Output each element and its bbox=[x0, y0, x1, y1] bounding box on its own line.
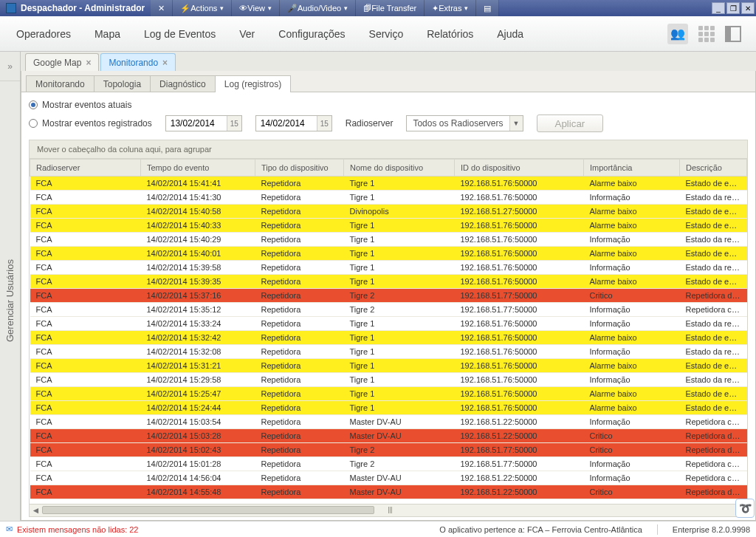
filter-row-2: Mostrar eventos registrados 15 15 Radios… bbox=[29, 114, 748, 132]
menu-relatorios[interactable]: Relatórios bbox=[415, 16, 485, 51]
table-row[interactable]: FCA14/02/2014 15:40:01RepetidoraTigre 11… bbox=[30, 247, 747, 261]
subtab-topologia[interactable]: Topologia bbox=[94, 75, 151, 92]
table-row[interactable]: FCA14/02/2014 15:03:54RepetidoraMaster D… bbox=[30, 415, 747, 429]
table-row[interactable]: FCA14/02/2014 15:41:30RepetidoraTigre 11… bbox=[30, 191, 747, 205]
table-row[interactable]: FCA14/02/2014 14:56:04RepetidoraMaster D… bbox=[30, 471, 747, 485]
panel-layout-icon[interactable] bbox=[725, 26, 741, 42]
unread-messages[interactable]: ✉ Existem mensagens não lidas: 22 bbox=[6, 524, 138, 534]
actions-menu[interactable]: ⚡ Actions▾ bbox=[173, 0, 232, 16]
minimize-button[interactable]: _ bbox=[712, 2, 725, 14]
menu-log-eventos[interactable]: Log de Eventos bbox=[132, 16, 227, 51]
tab-google-map-close[interactable]: × bbox=[86, 58, 91, 68]
cell-c5: 192.168.51.22:50000 bbox=[455, 471, 584, 485]
cell-c7: Estado da repeti bbox=[680, 317, 747, 331]
rail-expand-button[interactable]: » bbox=[0, 52, 20, 81]
menu-mapa[interactable]: Mapa bbox=[83, 16, 132, 51]
cell-c1: FCA bbox=[30, 317, 141, 331]
table-row[interactable]: FCA14/02/2014 14:55:48RepetidoraMaster D… bbox=[30, 485, 747, 499]
col-descricao[interactable]: Descrição bbox=[680, 160, 747, 177]
close-session-button[interactable]: ✕ bbox=[151, 0, 173, 16]
teamviewer-badge-icon[interactable]: ➰ bbox=[735, 499, 755, 518]
table-row[interactable]: FCA14/02/2014 15:01:28RepetidoraTigre 21… bbox=[30, 457, 747, 471]
file-transfer-button[interactable]: 🗐 File Transfer bbox=[356, 0, 425, 16]
restore-button[interactable]: ❐ bbox=[726, 2, 740, 14]
col-importancia[interactable]: Importância bbox=[584, 160, 680, 177]
table-row[interactable]: FCA14/02/2014 15:39:35RepetidoraTigre 11… bbox=[30, 275, 747, 289]
calendar-icon[interactable]: 15 bbox=[317, 116, 331, 131]
chevron-down-icon[interactable]: ▼ bbox=[509, 116, 523, 131]
radio-registered-label: Mostrar eventos registrados bbox=[42, 118, 152, 129]
fullscreen-button[interactable]: ▤ bbox=[476, 0, 499, 16]
table-row[interactable]: FCA14/02/2014 15:03:28RepetidoraMaster D… bbox=[30, 429, 747, 443]
table-row[interactable]: FCA14/02/2014 15:32:42RepetidoraTigre 11… bbox=[30, 331, 747, 345]
sub-tabs: Monitorando Topologia Diagnóstico Log (r… bbox=[21, 71, 755, 92]
tab-monitorando-close[interactable]: × bbox=[162, 58, 168, 68]
tab-google-map[interactable]: Google Map × bbox=[25, 53, 99, 71]
table-row[interactable]: FCA14/02/2014 15:40:33RepetidoraTigre 11… bbox=[30, 219, 747, 233]
table-row[interactable]: FCA14/02/2014 15:29:58RepetidoraTigre 11… bbox=[30, 373, 747, 387]
cell-c5: 192.168.51.76:50000 bbox=[455, 261, 584, 275]
scroll-thumb[interactable] bbox=[42, 506, 374, 514]
scroll-left-arrow[interactable]: ◄ bbox=[30, 504, 42, 516]
col-tipo[interactable]: Tipo do dispositivo bbox=[255, 160, 344, 177]
extras-menu[interactable]: ✦ Extras▾ bbox=[425, 0, 476, 16]
grid-scroll[interactable]: Radioserver Tempo do evento Tipo do disp… bbox=[29, 159, 748, 504]
cell-c7: Repetidora cone bbox=[680, 303, 747, 317]
col-radioserver[interactable]: Radioserver bbox=[30, 160, 141, 177]
subtab-monitorando[interactable]: Monitorando bbox=[26, 75, 94, 92]
radio-registered-events[interactable]: Mostrar eventos registrados bbox=[29, 118, 152, 129]
subtab-diagnostico[interactable]: Diagnóstico bbox=[150, 75, 216, 92]
menu-ajuda[interactable]: Ajuda bbox=[485, 16, 535, 51]
cell-c4: Tigre 1 bbox=[344, 233, 455, 247]
rail-label[interactable]: Gerenciar Usuários bbox=[0, 81, 20, 521]
cell-c6: Alarme baixo bbox=[584, 275, 680, 289]
table-row[interactable]: FCA14/02/2014 15:33:24RepetidoraTigre 11… bbox=[30, 317, 747, 331]
apply-button[interactable]: Aplicar bbox=[537, 114, 604, 132]
table-row[interactable]: FCA14/02/2014 15:37:16RepetidoraTigre 21… bbox=[30, 289, 747, 303]
cell-c7: Repetidora desco bbox=[680, 429, 747, 443]
cell-c5: 192.168.51.76:50000 bbox=[455, 359, 584, 373]
cell-c2: 14/02/2014 15:31:21 bbox=[141, 359, 255, 373]
date-from-field[interactable]: 15 bbox=[165, 115, 242, 131]
cell-c7: Repetidora desco bbox=[680, 289, 747, 303]
date-to-input[interactable] bbox=[256, 118, 317, 129]
calendar-icon[interactable]: 15 bbox=[227, 116, 241, 131]
subtab-log[interactable]: Log (registros) bbox=[215, 75, 291, 92]
menu-servico[interactable]: Serviço bbox=[357, 16, 416, 51]
table-row[interactable]: FCA14/02/2014 15:25:47RepetidoraTigre 11… bbox=[30, 387, 747, 401]
table-row[interactable]: FCA14/02/2014 15:35:12RepetidoraTigre 21… bbox=[30, 303, 747, 317]
radio-current-events[interactable]: Mostrar eventos atuais bbox=[29, 100, 131, 110]
cell-c1: FCA bbox=[30, 205, 141, 219]
radioserver-combo[interactable]: Todos os Radioservers ▼ bbox=[406, 115, 523, 131]
table-row[interactable]: FCA14/02/2014 15:02:43RepetidoraTigre 21… bbox=[30, 443, 747, 457]
status-bar: ✉ Existem mensagens não lidas: 22 O apli… bbox=[0, 521, 756, 537]
tab-monitorando[interactable]: Monitorando × bbox=[100, 53, 176, 71]
table-row[interactable]: FCA14/02/2014 15:39:58RepetidoraTigre 11… bbox=[30, 261, 747, 275]
table-row[interactable]: FCA14/02/2014 15:40:29RepetidoraTigre 11… bbox=[30, 233, 747, 247]
table-row[interactable]: FCA14/02/2014 15:31:21RepetidoraTigre 11… bbox=[30, 359, 747, 373]
dialpad-icon[interactable] bbox=[698, 26, 715, 42]
col-tempo[interactable]: Tempo do evento bbox=[141, 160, 255, 177]
date-to-field[interactable]: 15 bbox=[255, 115, 332, 131]
cell-c1: FCA bbox=[30, 219, 141, 233]
col-id[interactable]: ID do dispositivo bbox=[455, 160, 584, 177]
users-icon[interactable]: 👥 bbox=[667, 24, 688, 44]
menu-configuracoes[interactable]: Configurações bbox=[267, 16, 357, 51]
menu-ver[interactable]: Ver bbox=[227, 16, 267, 51]
group-by-hint[interactable]: Mover o cabeçalho da coluna aqui, para a… bbox=[29, 140, 748, 159]
cell-c4: Master DV-AU bbox=[344, 415, 455, 429]
date-from-input[interactable] bbox=[166, 118, 227, 129]
view-menu[interactable]: 👁 View▾ bbox=[232, 0, 280, 16]
col-nome[interactable]: Nome do dispositivo bbox=[344, 160, 455, 177]
table-row[interactable]: FCA14/02/2014 15:41:41RepetidoraTigre 11… bbox=[30, 177, 747, 191]
scroll-track[interactable] bbox=[42, 504, 735, 516]
table-row[interactable]: FCA14/02/2014 15:32:08RepetidoraTigre 11… bbox=[30, 345, 747, 359]
table-row[interactable]: FCA14/02/2014 15:24:44RepetidoraTigre 11… bbox=[30, 401, 747, 415]
table-row[interactable]: FCA14/02/2014 15:40:58RepetidoraDivinopo… bbox=[30, 205, 747, 219]
menu-operadores[interactable]: Operadores bbox=[4, 16, 83, 51]
close-button[interactable]: ✕ bbox=[741, 2, 755, 14]
cell-c7: Estado de emerg bbox=[680, 205, 747, 219]
horizontal-scrollbar[interactable]: ◄ ► bbox=[29, 504, 748, 517]
audio-label: Audio/Video bbox=[298, 4, 341, 13]
audio-video-menu[interactable]: 🎤 Audio/Video▾ bbox=[280, 0, 356, 16]
